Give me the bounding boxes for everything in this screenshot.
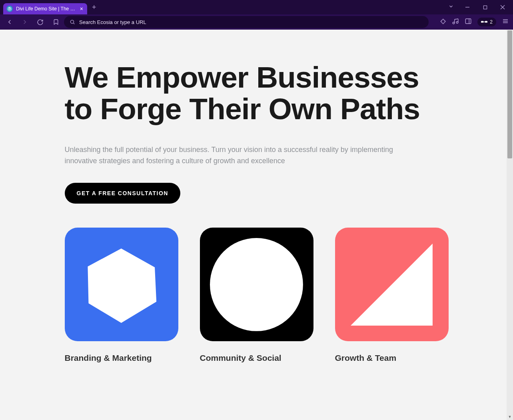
window-minimize-button[interactable] [459, 1, 475, 13]
feature-cards: Branding & Marketing Community & Social … [65, 228, 449, 363]
window-controls [448, 1, 513, 13]
vertical-scrollbar[interactable]: ▼ [507, 30, 513, 420]
svg-marker-22 [351, 244, 433, 326]
page-heading: We Empower Businesses to Forge Their Own… [65, 62, 449, 125]
window-close-button[interactable] [495, 1, 511, 13]
svg-rect-12 [466, 19, 471, 24]
glasses-icon [481, 20, 487, 24]
window-maximize-button[interactable] [477, 1, 493, 13]
svg-point-21 [210, 238, 303, 331]
browser-tabs: Divi Life Demo Site | The Best D × + [3, 0, 101, 14]
wordpress-favicon-icon [6, 6, 13, 12]
card-title: Growth & Team [335, 353, 449, 363]
svg-rect-14 [481, 21, 483, 23]
scrollbar-thumb[interactable] [507, 30, 512, 158]
tab-close-icon[interactable]: × [80, 6, 83, 12]
card-title: Community & Social [200, 353, 313, 363]
svg-line-6 [74, 23, 75, 24]
app-menu-icon[interactable] [502, 18, 509, 26]
card-community: Community & Social [200, 228, 313, 363]
sidepanel-icon[interactable] [465, 18, 472, 26]
tracker-count: 2 [490, 19, 493, 25]
page-subtext: Unleashing the full potential of your bu… [65, 144, 405, 167]
search-icon [70, 19, 75, 25]
tab-title: Divi Life Demo Site | The Best D [16, 6, 77, 12]
svg-rect-15 [485, 21, 487, 23]
nav-reload-button[interactable] [34, 16, 46, 28]
bookmark-icon[interactable] [53, 19, 59, 25]
address-placeholder: Search Ecosia or type a URL [79, 19, 146, 25]
svg-point-5 [70, 20, 74, 23]
card-branding: Branding & Marketing [65, 228, 178, 363]
card-title: Branding & Marketing [65, 353, 178, 363]
cta-button[interactable]: GET A FREE CONSULTATION [65, 183, 180, 204]
circle-icon [200, 228, 313, 341]
extensions-icon[interactable] [439, 18, 446, 26]
page-viewport: We Empower Businesses to Forge Their Own… [0, 30, 513, 420]
scrollbar-down-arrow-icon[interactable]: ▼ [507, 414, 513, 420]
tracker-badge[interactable]: 2 [477, 18, 496, 26]
triangle-icon [335, 228, 449, 341]
nav-back-button[interactable] [4, 16, 15, 28]
browser-tab-active[interactable]: Divi Life Demo Site | The Best D × [3, 3, 87, 14]
svg-rect-2 [483, 6, 487, 9]
hexagon-icon [65, 228, 178, 341]
svg-marker-20 [88, 248, 157, 323]
card-growth: Growth & Team [335, 228, 449, 363]
page-body: We Empower Businesses to Forge Their Own… [0, 30, 513, 420]
svg-point-7 [453, 22, 455, 24]
browser-toolbar: Search Ecosia or type a URL 2 [0, 14, 513, 30]
window-titlebar: Divi Life Demo Site | The Best D × + [0, 0, 513, 14]
new-tab-button[interactable]: + [87, 3, 101, 12]
toolbar-right: 2 [436, 18, 509, 26]
tabs-dropdown-icon[interactable] [448, 4, 454, 11]
nav-forward-button[interactable] [19, 16, 30, 28]
svg-point-8 [457, 22, 459, 24]
address-bar[interactable]: Search Ecosia or type a URL [64, 16, 429, 28]
media-icon[interactable] [452, 18, 459, 26]
svg-line-11 [455, 19, 458, 20]
